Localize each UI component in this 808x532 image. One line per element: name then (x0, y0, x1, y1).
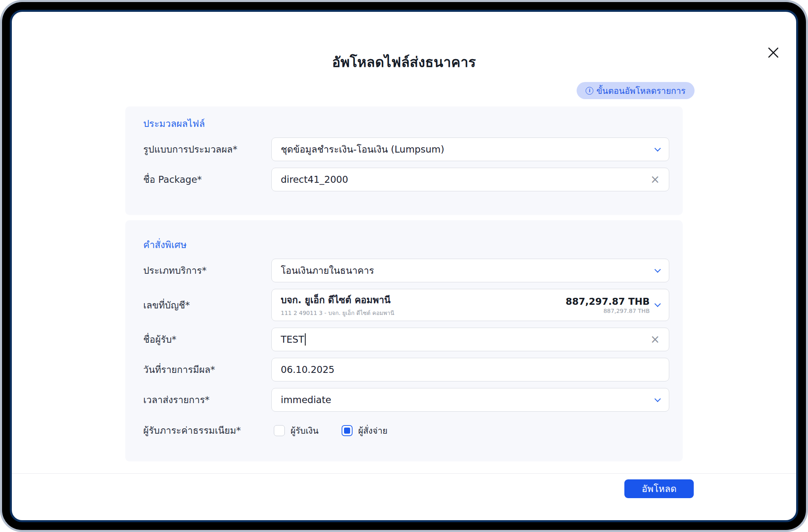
service-type-value: โอนเงินภายในธนาคาร (281, 263, 374, 278)
form-row-fee: ผู้รับภาระค่าธรรมเนียม* ผู้รับเงิน ผู้สั… (143, 423, 669, 438)
send-time-label: เวลาส่งรายการ* (143, 392, 271, 407)
account-detail: 111 2 49011 3 - บจก. ยูเอ็ก ดีไซต์ คอมพา… (281, 308, 394, 317)
fee-option-receiver-label: ผู้รับเงิน (291, 424, 319, 437)
fee-option-payer-label: ผู้สั่งจ่าย (358, 424, 388, 437)
file-processing-heading: ประมวลผลไฟล์ (143, 116, 669, 131)
account-balance: 887,297.87 THB 887,297.87 THB (566, 296, 650, 314)
chevron-down-icon (655, 395, 661, 402)
chevron-down-icon (655, 301, 661, 307)
send-time-value: immediate (281, 395, 331, 405)
service-type-label: ประเภทบริการ* (143, 263, 271, 278)
recipient-input-value: TEST (281, 334, 304, 345)
form-row-account: เลขที่บัญชี* บจก. ยูเอ็ก ดีไซต์ คอมพานี … (143, 289, 669, 321)
info-icon: i (586, 87, 593, 95)
package-label: ชื่อ Package* (143, 172, 271, 187)
special-instructions-heading: คำสั่งพิเศษ (143, 237, 669, 252)
clear-icon[interactable]: × (650, 334, 660, 345)
service-type-select[interactable]: โอนเงินภายในธนาคาร (271, 259, 669, 282)
form-row-send-time: เวลาส่งรายการ* immediate (143, 388, 669, 412)
fee-option-receiver[interactable]: ผู้รับเงิน (274, 424, 319, 437)
device-bezel: อัพโหลดไฟล์ส่งธนาคาร i ขั้นตอนอัพโหลดราย… (2, 2, 806, 530)
account-label: เลขที่บัญชี* (143, 298, 271, 313)
package-input-value: direct41_2000 (281, 174, 348, 185)
form-row-package: ชื่อ Package* direct41_2000 × (143, 168, 669, 191)
form-row-recipient: ชื่อผู้รับ* TEST × (143, 328, 669, 351)
form-row-service-type: ประเภทบริการ* โอนเงินภายในธนาคาร (143, 259, 669, 282)
effective-date-value: 06.10.2025 (281, 364, 335, 375)
account-amount: 887,297.87 THB (566, 296, 650, 307)
account-name: บจก. ยูเอ็ก ดีไซต์ คอมพานี (281, 293, 394, 307)
clear-icon[interactable]: × (650, 174, 660, 185)
chevron-down-icon (655, 145, 661, 151)
close-icon (767, 47, 779, 59)
chevron-down-icon (655, 266, 661, 273)
special-instructions-section: คำสั่งพิเศษ ประเภทบริการ* โอนเงินภายในธน… (125, 220, 683, 461)
send-time-select[interactable]: immediate (271, 388, 669, 412)
fee-option-payer[interactable]: ผู้สั่งจ่าย (342, 424, 388, 437)
form-row-effective-date: วันที่รายการมีผล* 06.10.2025 (143, 358, 669, 381)
modal-title: อัพโหลดไฟล์ส่งธนาคาร (12, 51, 796, 73)
format-select-value: ชุดข้อมูลชำระเงิน-โอนเงิน (Lumpsum) (281, 142, 444, 157)
footer-bar: อัพโหลด (12, 474, 796, 498)
account-info: บจก. ยูเอ็ก ดีไซต์ คอมพานี 111 2 49011 3… (281, 293, 394, 317)
format-select[interactable]: ชุดข้อมูลชำระเงิน-โอนเงิน (Lumpsum) (271, 137, 669, 161)
upload-steps-badge[interactable]: i ขั้นตอนอัพโหลดรายการ (577, 82, 695, 99)
text-cursor (305, 333, 306, 346)
checkbox-unchecked-icon[interactable] (274, 425, 285, 436)
upload-modal: อัพโหลดไฟล์ส่งธนาคาร i ขั้นตอนอัพโหลดราย… (10, 10, 798, 522)
format-label: รูปแบบการประมวลผล* (143, 142, 271, 157)
form-row-format: รูปแบบการประมวลผล* ชุดข้อมูลชำระเงิน-โอน… (143, 137, 669, 161)
recipient-label: ชื่อผู้รับ* (143, 332, 271, 347)
file-processing-section: ประมวลผลไฟล์ รูปแบบการประมวลผล* ชุดข้อมู… (125, 106, 683, 215)
close-button[interactable] (764, 44, 782, 62)
badge-row: i ขั้นตอนอัพโหลดรายการ (12, 82, 796, 99)
account-amount-sub: 887,297.87 THB (604, 308, 650, 314)
effective-date-input[interactable]: 06.10.2025 (271, 358, 669, 381)
device-frame: อัพโหลดไฟล์ส่งธนาคาร i ขั้นตอนอัพโหลดราย… (0, 0, 808, 532)
effective-date-label: วันที่รายการมีผล* (143, 362, 271, 377)
account-select[interactable]: บจก. ยูเอ็ก ดีไซต์ คอมพานี 111 2 49011 3… (271, 289, 669, 321)
package-input[interactable]: direct41_2000 × (271, 168, 669, 191)
fee-label: ผู้รับภาระค่าธรรมเนียม* (143, 423, 271, 438)
fee-options: ผู้รับเงิน ผู้สั่งจ่าย (274, 424, 387, 437)
checkbox-checked-icon[interactable] (342, 425, 353, 436)
recipient-input[interactable]: TEST × (271, 328, 669, 351)
upload-steps-badge-label: ขั้นตอนอัพโหลดรายการ (596, 84, 686, 98)
upload-button[interactable]: อัพโหลด (624, 479, 694, 498)
